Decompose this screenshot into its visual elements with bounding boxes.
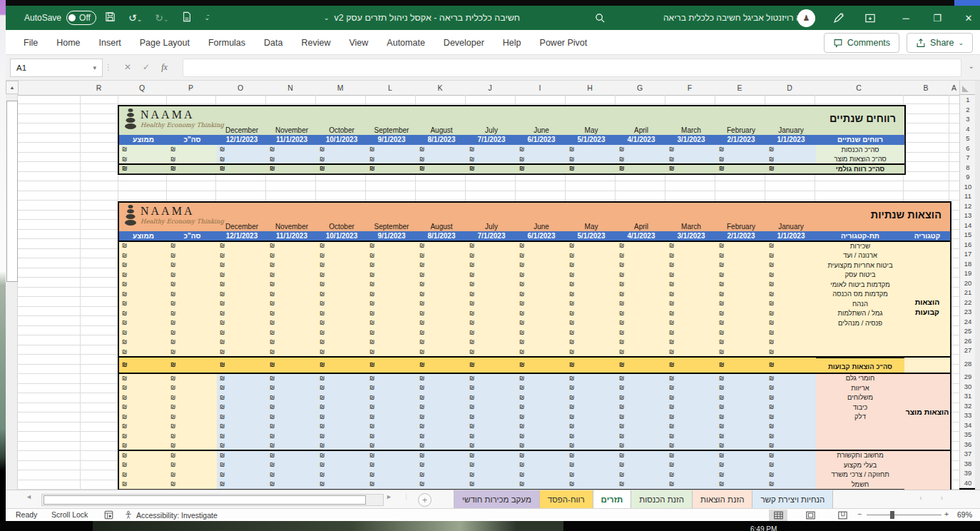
month-value-cell[interactable]: ₪-: [466, 412, 523, 423]
ribbon-display-options-icon[interactable]: [864, 6, 876, 30]
insert-function-icon[interactable]: fx: [161, 62, 168, 73]
month-value-cell[interactable]: ₪-: [466, 251, 523, 261]
month-value-cell[interactable]: ₪-: [466, 470, 523, 480]
month-value-cell[interactable]: ₪-: [566, 299, 623, 310]
month-value-cell[interactable]: ₪-: [466, 431, 523, 442]
average-cell[interactable]: ₪-: [119, 450, 174, 461]
month-value-cell[interactable]: ₪-: [766, 357, 822, 375]
row-label-header-cell[interactable]: רווחים שנתיים: [816, 135, 905, 146]
month-value-cell[interactable]: ₪-: [267, 412, 323, 423]
month-value-cell[interactable]: ₪-: [417, 470, 473, 480]
month-value-cell[interactable]: ₪-: [616, 164, 673, 175]
zoom-slider[interactable]: [867, 515, 941, 515]
ribbon-tab-view[interactable]: View: [340, 30, 377, 55]
month-value-cell[interactable]: ₪-: [267, 328, 323, 338]
month-value-cell[interactable]: ₪-: [716, 270, 772, 280]
formula-bar-expand-icon[interactable]: ⌄: [969, 62, 974, 70]
month-value-cell[interactable]: ₪-: [317, 450, 373, 461]
month-value-cell[interactable]: ₪-: [267, 431, 323, 442]
month-value-cell[interactable]: ₪-: [217, 431, 273, 442]
month-value-cell[interactable]: ₪-: [417, 318, 473, 329]
month-value-cell[interactable]: ₪-: [716, 373, 772, 384]
month-value-cell[interactable]: ₪-: [317, 299, 373, 310]
subcategory-cell[interactable]: מקדמות ביטוח לאומי: [816, 280, 905, 290]
subcategory-cell[interactable]: [816, 338, 905, 348]
row-header-35[interactable]: 35: [959, 430, 976, 440]
average-cell[interactable]: ₪-: [119, 373, 174, 384]
month-value-cell[interactable]: ₪-: [417, 431, 473, 442]
total-cell[interactable]: ₪-: [168, 164, 223, 175]
total-cell[interactable]: ₪-: [168, 308, 223, 319]
row-header-30[interactable]: 30: [959, 382, 976, 393]
month-value-cell[interactable]: ₪-: [566, 470, 623, 480]
subcategory-cell[interactable]: חשמל: [816, 480, 905, 490]
date-header-cell[interactable]: 7/1/2023: [466, 135, 517, 146]
month-value-cell[interactable]: ₪-: [417, 373, 473, 384]
subcategory-cell[interactable]: ביטוח עסק: [816, 270, 905, 280]
month-value-cell[interactable]: ₪-: [317, 241, 373, 252]
row-header-20[interactable]: 20: [959, 278, 976, 289]
month-value-cell[interactable]: ₪-: [217, 308, 273, 319]
month-value-cell[interactable]: ₪-: [417, 299, 473, 310]
redo-icon[interactable]: ↻⌄: [155, 12, 168, 24]
month-value-cell[interactable]: ₪-: [766, 261, 822, 271]
month-value-cell[interactable]: ₪-: [367, 145, 423, 156]
average-cell[interactable]: ₪-: [119, 164, 174, 175]
total-cell[interactable]: ₪-: [168, 241, 223, 252]
subcategory-cell[interactable]: [816, 328, 905, 338]
tab-nav-arrows[interactable]: ‹›: [919, 494, 961, 502]
month-value-cell[interactable]: ₪-: [766, 308, 822, 319]
hscroll-right-icon[interactable]: ►: [386, 493, 392, 500]
month-value-cell[interactable]: ₪-: [466, 403, 523, 413]
month-value-cell[interactable]: ₪-: [317, 318, 373, 329]
month-value-cell[interactable]: ₪-: [566, 261, 623, 271]
month-value-cell[interactable]: ₪-: [716, 251, 772, 261]
month-value-cell[interactable]: ₪-: [267, 357, 323, 375]
month-value-cell[interactable]: ₪-: [716, 289, 772, 300]
month-value-cell[interactable]: ₪-: [217, 480, 273, 490]
category-fixed-expenses[interactable]: הוצאות קבועות: [904, 241, 951, 375]
month-value-cell[interactable]: ₪-: [716, 280, 772, 290]
month-value-cell[interactable]: ₪-: [466, 450, 523, 461]
column-header-K[interactable]: K: [415, 81, 466, 96]
month-value-cell[interactable]: ₪-: [716, 328, 772, 338]
month-value-cell[interactable]: ₪-: [766, 241, 822, 252]
column-header-H[interactable]: H: [565, 81, 616, 96]
month-value-cell[interactable]: ₪-: [716, 470, 772, 480]
average-cell[interactable]: ₪-: [119, 422, 174, 433]
month-value-cell[interactable]: ₪-: [217, 328, 273, 338]
month-value-cell[interactable]: ₪-: [267, 251, 323, 261]
row-header-34[interactable]: 34: [959, 420, 976, 431]
month-value-cell[interactable]: ₪-: [317, 460, 373, 471]
status-scroll-lock[interactable]: Scroll Lock: [51, 510, 88, 519]
month-value-cell[interactable]: ₪-: [716, 338, 772, 348]
month-value-cell[interactable]: ₪-: [367, 450, 423, 461]
zoom-level[interactable]: 69%: [957, 510, 972, 519]
month-value-cell[interactable]: ₪-: [616, 328, 673, 338]
date-header-cell[interactable]: 10/1/2023: [317, 135, 367, 146]
month-value-cell[interactable]: ₪-: [616, 318, 673, 329]
month-value-cell[interactable]: ₪-: [516, 450, 573, 461]
column-header-O[interactable]: O: [215, 81, 266, 96]
month-value-cell[interactable]: ₪-: [766, 280, 822, 290]
month-value-cell[interactable]: ₪-: [716, 308, 772, 319]
month-value-cell[interactable]: ₪-: [616, 422, 673, 433]
month-value-cell[interactable]: ₪-: [616, 383, 673, 394]
ribbon-tab-data[interactable]: Data: [255, 30, 292, 55]
month-value-cell[interactable]: ₪-: [466, 261, 523, 271]
ink-editor-icon[interactable]: [833, 6, 844, 30]
subcategory-cell[interactable]: פנסיה / מנהלים: [816, 318, 905, 329]
month-value-cell[interactable]: ₪-: [367, 431, 423, 442]
new-sheet-button[interactable]: +: [418, 493, 432, 507]
zoom-in-icon[interactable]: +: [944, 510, 949, 518]
month-value-cell[interactable]: ₪-: [317, 412, 373, 423]
row-header-32[interactable]: 32: [959, 401, 976, 412]
average-cell[interactable]: ₪-: [119, 470, 174, 480]
month-value-cell[interactable]: ₪-: [566, 318, 623, 329]
month-value-cell[interactable]: ₪-: [766, 328, 822, 338]
total-cell[interactable]: ₪-: [168, 460, 223, 471]
month-value-cell[interactable]: ₪-: [417, 450, 473, 461]
month-value-cell[interactable]: ₪-: [317, 280, 373, 290]
month-value-cell[interactable]: ₪-: [317, 373, 373, 384]
month-value-cell[interactable]: ₪-: [267, 318, 323, 329]
